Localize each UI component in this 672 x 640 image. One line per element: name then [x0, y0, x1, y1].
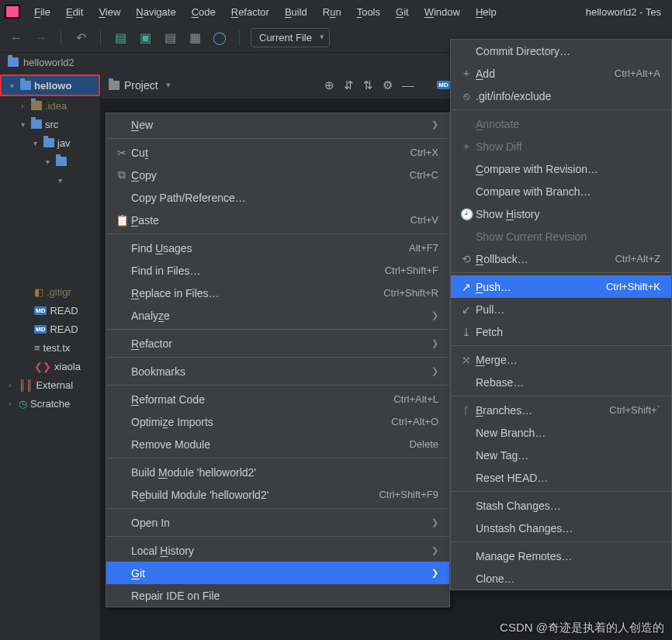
menu-item[interactable]: ↗Push…Ctrl+Shift+K: [451, 275, 671, 298]
breadcrumb-project[interactable]: helloworld2: [23, 57, 74, 68]
run-config-select[interactable]: Current File: [251, 28, 330, 47]
menu-item[interactable]: Git❯: [106, 562, 449, 584]
menu-item[interactable]: New Tag…: [451, 444, 671, 466]
menu-item[interactable]: Reset HEAD…: [451, 466, 671, 489]
menu-item[interactable]: ⟲Rollback…Ctrl+Alt+Z: [451, 247, 671, 270]
menu-item[interactable]: ⤲Merge…: [451, 348, 671, 371]
tree-scratches[interactable]: ›◷Scratche: [0, 394, 100, 413]
expand-icon[interactable]: ⇵: [344, 78, 354, 92]
menu-item[interactable]: Compare with Revision…: [451, 157, 671, 180]
menu-item[interactable]: Clone…: [451, 567, 671, 590]
menu-item[interactable]: ⎋.git/info/exclude: [451, 85, 671, 107]
watermark: CSDN @奇迹是执着的人创造的: [500, 621, 664, 635]
menu-item[interactable]: 📋PasteCtrl+V: [106, 209, 449, 231]
tree-readme1[interactable]: MDREAD: [0, 301, 100, 320]
tree-sub1[interactable]: ▾: [0, 152, 100, 171]
minimize-icon[interactable]: —: [402, 78, 414, 92]
project-panel-label[interactable]: Project: [124, 79, 158, 92]
project-dropdown-icon[interactable]: ▾: [166, 80, 171, 90]
menu-item[interactable]: ᚴBranches…Ctrl+Shift+`: [451, 399, 671, 421]
save-icon[interactable]: ▣: [137, 29, 154, 47]
menu-item[interactable]: Repair IDE on File: [106, 584, 449, 607]
menu-item[interactable]: Stash Changes…: [451, 494, 671, 517]
tree-jav[interactable]: ▾jav: [0, 133, 100, 152]
menu-item[interactable]: Unstash Changes…: [451, 517, 671, 539]
ij-logo-icon: [5, 5, 20, 19]
tree-test[interactable]: ≡test.tx: [0, 338, 100, 357]
menu-build[interactable]: Build: [279, 4, 313, 20]
menu-tools[interactable]: Tools: [351, 4, 386, 20]
context-menu-git: Commit Directory…＋AddCtrl+Alt+A⎋.git/inf…: [450, 39, 672, 590]
menu-item[interactable]: ＋AddCtrl+Alt+A: [451, 62, 671, 85]
stack-icon[interactable]: ▤: [112, 29, 129, 47]
tree-xiaola[interactable]: ❮❯xiaola: [0, 357, 100, 375]
menu-item[interactable]: Rebase…: [451, 371, 671, 393]
save3-icon[interactable]: ▦: [186, 29, 203, 47]
menu-item[interactable]: New❯: [106, 113, 449, 136]
menu-item[interactable]: Find UsagesAlt+F7: [106, 237, 449, 259]
menu-code[interactable]: Code: [185, 4, 222, 20]
menu-item[interactable]: 🕘Show History: [451, 202, 671, 225]
menu-item: ✦Show Diff: [451, 135, 671, 157]
menu-item: Show Current Revision: [451, 225, 671, 247]
tree-root[interactable]: ▾hellowo: [0, 74, 100, 96]
select-target-icon[interactable]: ⊕: [324, 78, 334, 92]
menu-item[interactable]: New Branch…: [451, 421, 671, 444]
menu-item[interactable]: ⤓Fetch: [451, 320, 671, 343]
menu-item[interactable]: Remove ModuleDelete: [106, 433, 449, 455]
menu-edit[interactable]: Edit: [60, 4, 89, 20]
tree-external[interactable]: ›║║External: [0, 375, 100, 394]
menu-item[interactable]: Copy Path/Reference…: [106, 186, 449, 209]
menu-item[interactable]: Reformat CodeCtrl+Alt+L: [106, 388, 449, 410]
menu-file[interactable]: File: [28, 4, 57, 20]
menu-item[interactable]: Build Module 'helloworld2': [106, 461, 449, 483]
tree-src[interactable]: ▾src: [0, 115, 100, 133]
menu-item[interactable]: ⧉CopyCtrl+C: [106, 164, 449, 186]
menu-item[interactable]: Find in Files…Ctrl+Shift+F: [106, 259, 449, 282]
project-icon: [109, 81, 120, 90]
circle-icon[interactable]: ◯: [211, 29, 228, 47]
forward-button[interactable]: →: [33, 29, 50, 47]
menu-view[interactable]: View: [92, 4, 126, 20]
menu-item[interactable]: Commit Directory…: [451, 40, 671, 62]
menu-window[interactable]: Window: [418, 4, 466, 20]
context-menu-project: New❯✂CutCtrl+X⧉CopyCtrl+CCopy Path/Refer…: [106, 112, 450, 607]
menu-item[interactable]: Analyze❯: [106, 304, 449, 327]
main-menubar: File Edit View Navigate Code Refactor Bu…: [0, 0, 672, 23]
menu-item[interactable]: Bookmarks❯: [106, 360, 449, 382]
back-button[interactable]: ←: [8, 29, 25, 47]
window-title: helloworld2 - Tes: [580, 4, 667, 20]
menu-git[interactable]: Git: [390, 4, 415, 20]
tree-gitignore[interactable]: ◧.gitigr: [0, 282, 100, 301]
menu-item[interactable]: Local History❯: [106, 539, 449, 562]
project-panel: ▾hellowo ›.idea ▾src ▾jav ▾ ▾ ◧.gitigr M…: [0, 71, 101, 640]
menu-help[interactable]: Help: [469, 4, 503, 20]
tree-readme2[interactable]: MDREAD: [0, 320, 100, 338]
menu-item[interactable]: Optimize ImportsCtrl+Alt+O: [106, 410, 449, 433]
menu-item[interactable]: Open In❯: [106, 511, 449, 534]
menu-run[interactable]: Run: [317, 4, 348, 20]
menu-item[interactable]: ✂CutCtrl+X: [106, 141, 449, 164]
menu-item[interactable]: Replace in Files…Ctrl+Shift+R: [106, 282, 449, 304]
menu-item: Annotate: [451, 112, 671, 135]
menu-item[interactable]: ↙Pull…: [451, 298, 671, 320]
save2-icon[interactable]: ▤: [161, 29, 178, 47]
menu-refactor[interactable]: Refactor: [225, 4, 275, 20]
menu-item[interactable]: Refactor❯: [106, 332, 449, 355]
settings-icon[interactable]: ⚙: [383, 78, 393, 92]
menu-navigate[interactable]: Navigate: [130, 4, 182, 20]
menu-item[interactable]: Manage Remotes…: [451, 545, 671, 567]
tree-idea[interactable]: ›.idea: [0, 96, 100, 115]
tree-sub2[interactable]: ▾: [0, 171, 100, 189]
menu-item[interactable]: Compare with Branch…: [451, 180, 671, 202]
folder-icon: [8, 57, 19, 67]
reply-icon[interactable]: ↶: [72, 29, 89, 47]
menu-item[interactable]: Rebuild Module 'helloworld2'Ctrl+Shift+F…: [106, 483, 449, 506]
collapse-icon[interactable]: ⇅: [363, 78, 373, 92]
